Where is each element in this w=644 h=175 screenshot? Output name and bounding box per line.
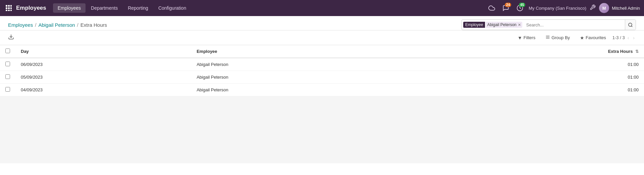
- cell-day: 05/09/2023: [15, 71, 191, 84]
- download-btn[interactable]: [8, 34, 14, 41]
- cell-extra-hours: 01:00: [421, 84, 644, 96]
- svg-rect-3: [6, 7, 7, 9]
- svg-line-11: [631, 26, 632, 27]
- favourites-label: Favourites: [586, 35, 606, 40]
- filter-value: Abigail Peterson ✕: [486, 22, 522, 28]
- cell-day: 06/09/2023: [15, 58, 191, 71]
- row-checkbox-0[interactable]: [5, 62, 10, 66]
- cell-day: 04/09/2023: [15, 84, 191, 96]
- filter-icon: ▼: [518, 35, 522, 40]
- row-checkbox-1[interactable]: [5, 74, 10, 79]
- breadcrumb-employees[interactable]: Employees: [8, 22, 33, 28]
- svg-rect-6: [6, 10, 7, 11]
- svg-point-10: [629, 23, 632, 26]
- toolbar-left: [8, 34, 511, 41]
- menu-item-employees[interactable]: Employees: [53, 3, 86, 13]
- extra-hours-table: Day Employee Extra Hours ⇅ 06/09/2023 Ab…: [0, 45, 644, 96]
- table-row[interactable]: 06/09/2023 Abigail Peterson 01:00: [0, 58, 644, 71]
- pagination-prev[interactable]: ‹: [626, 34, 631, 41]
- filters-label: Filters: [524, 35, 535, 40]
- svg-rect-0: [6, 5, 7, 7]
- row-checkbox-cell: [0, 71, 15, 84]
- avatar: M: [599, 3, 609, 13]
- activity-badge: 45: [519, 3, 525, 7]
- col-header-extra-hours: Extra Hours ⇅: [421, 45, 644, 58]
- settings-icon-btn[interactable]: [590, 4, 596, 12]
- groupby-icon: [545, 35, 550, 40]
- menu-item-reporting[interactable]: Reporting: [123, 3, 153, 13]
- breadcrumb-abigail[interactable]: Abigail Peterson: [38, 22, 75, 28]
- star-icon: ★: [580, 35, 584, 40]
- cell-employee: Abigail Peterson: [191, 84, 421, 96]
- search-input[interactable]: [524, 20, 625, 30]
- svg-rect-1: [8, 5, 10, 7]
- search-bar: Employee Abigail Peterson ✕: [462, 19, 636, 30]
- col-header-employee: Employee: [191, 45, 421, 58]
- username: Mitchell Admin: [612, 6, 640, 11]
- pagination: 1-3 / 3 ‹ ›: [612, 34, 636, 41]
- menu-item-departments[interactable]: Departments: [86, 3, 122, 13]
- col-header-day: Day: [15, 45, 191, 58]
- toolbar-right: ▼ Filters Group By ★ Favourites 1-3 / 3 …: [514, 33, 636, 42]
- row-checkbox-cell: [0, 58, 15, 71]
- subheader: Employees / Abigail Peterson / Extra Hou…: [0, 16, 644, 30]
- select-all-checkbox[interactable]: [5, 49, 10, 53]
- row-checkbox-cell: [0, 84, 15, 96]
- svg-rect-4: [8, 7, 10, 9]
- topnav: Employees Employees Departments Reportin…: [0, 0, 644, 16]
- breadcrumb-current: Extra Hours: [80, 22, 107, 28]
- menu-item-configuration[interactable]: Configuration: [154, 3, 191, 13]
- search-filter-tag: Employee Abigail Peterson ✕: [462, 22, 524, 28]
- topnav-right: 24 45 My Company (San Francisco) M Mitch…: [486, 3, 640, 13]
- grid-menu-icon[interactable]: [4, 3, 13, 13]
- svg-rect-7: [8, 10, 10, 11]
- filters-btn[interactable]: ▼ Filters: [514, 33, 539, 42]
- toolbar: ▼ Filters Group By ★ Favourites 1-3 / 3 …: [0, 30, 644, 45]
- cloud-icon-btn[interactable]: [486, 3, 497, 13]
- company-name: My Company (San Francisco): [529, 6, 586, 11]
- activity-icon-btn[interactable]: 45: [515, 3, 525, 13]
- filter-label: Employee: [463, 22, 485, 28]
- col-adjust-icon: ⇅: [635, 49, 639, 54]
- pagination-text: 1-3 / 3: [612, 35, 625, 40]
- table-container: Day Employee Extra Hours ⇅ 06/09/2023 Ab…: [0, 45, 644, 96]
- cell-employee: Abigail Peterson: [191, 71, 421, 84]
- header-checkbox-cell: [0, 45, 15, 58]
- cell-extra-hours: 01:00: [421, 58, 644, 71]
- cell-extra-hours: 01:00: [421, 71, 644, 84]
- search-submit-btn[interactable]: [625, 20, 636, 30]
- filter-remove-btn[interactable]: ✕: [518, 23, 521, 27]
- brand-title: Employees: [16, 5, 46, 11]
- page-background: [0, 96, 644, 163]
- svg-rect-2: [10, 5, 12, 7]
- table-row[interactable]: 05/09/2023 Abigail Peterson 01:00: [0, 71, 644, 84]
- table-header-row: Day Employee Extra Hours ⇅: [0, 45, 644, 58]
- pagination-next[interactable]: ›: [632, 34, 636, 41]
- breadcrumb: Employees / Abigail Peterson / Extra Hou…: [8, 22, 456, 28]
- svg-rect-8: [10, 10, 12, 11]
- chat-icon-btn[interactable]: 24: [500, 3, 511, 13]
- table-row[interactable]: 04/09/2023 Abigail Peterson 01:00: [0, 84, 644, 96]
- row-checkbox-2[interactable]: [5, 87, 10, 92]
- user-menu[interactable]: M Mitchell Admin: [599, 3, 640, 13]
- svg-rect-5: [10, 7, 12, 9]
- groupby-btn[interactable]: Group By: [542, 33, 574, 42]
- main-menu: Employees Departments Reporting Configur…: [53, 3, 485, 13]
- chat-badge: 24: [505, 3, 511, 7]
- favourites-btn[interactable]: ★ Favourites: [576, 33, 610, 42]
- cell-employee: Abigail Peterson: [191, 58, 421, 71]
- groupby-label: Group By: [551, 35, 570, 40]
